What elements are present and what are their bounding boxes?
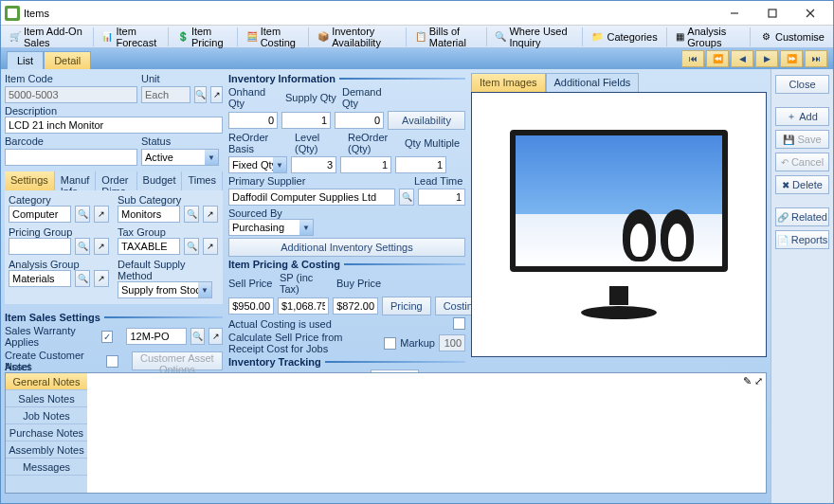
analysisgroup-input[interactable]: [9, 270, 71, 287]
leadtime-input[interactable]: [418, 189, 465, 206]
toolbar-pricing[interactable]: 💲Item Pricing: [171, 27, 235, 47]
close-button[interactable]: [791, 2, 829, 25]
gear-icon: ⚙: [759, 30, 772, 44]
cancel-button[interactable]: ↶Cancel: [775, 153, 829, 171]
notetab-assembly[interactable]: Assembly Notes: [6, 441, 87, 459]
analysisgroup-link-icon[interactable]: ↗: [94, 270, 109, 287]
level-input[interactable]: [291, 156, 336, 173]
save-icon: 💾: [783, 135, 794, 145]
tab-list[interactable]: List: [7, 51, 44, 69]
nav-prev[interactable]: ◀: [731, 50, 753, 67]
status-combo[interactable]: Active▼: [141, 149, 219, 166]
toolbar-customise[interactable]: ⚙Customise: [752, 27, 831, 47]
item-code-label: Item Code: [5, 73, 137, 84]
supplier-input[interactable]: [228, 189, 395, 206]
supply-input[interactable]: [281, 112, 331, 129]
reorderbasis-combo[interactable]: Fixed Qty▼: [228, 156, 287, 173]
nav-next-page[interactable]: ⏩: [780, 50, 803, 67]
toolbar-whereused[interactable]: 🔍Where Used Inquiry: [488, 27, 579, 47]
notetab-job[interactable]: Job Notes: [6, 407, 87, 424]
sp-input[interactable]: [278, 297, 329, 315]
add-button[interactable]: ＋Add: [775, 107, 829, 126]
notetab-general[interactable]: General Notes: [6, 373, 87, 390]
unit-combo[interactable]: Each: [141, 86, 190, 103]
toolbar-forecast[interactable]: 📊Item Forecast: [95, 27, 166, 47]
markup-input[interactable]: [439, 334, 465, 351]
note-expand-icon[interactable]: ⤢: [754, 375, 763, 387]
pricegroup-input[interactable]: [9, 238, 71, 255]
taxgroup-search-icon[interactable]: 🔍: [184, 238, 199, 255]
toolbar-availability[interactable]: 📦Inventory Availability: [311, 27, 404, 47]
notetab-sales[interactable]: Sales Notes: [6, 390, 87, 407]
note-edit-icon[interactable]: ✎: [743, 375, 752, 387]
taxgroup-input[interactable]: [118, 238, 180, 255]
notetab-purchase[interactable]: Purchase Notes: [6, 424, 87, 441]
toolbar-costing[interactable]: 🧮Item Costing: [240, 27, 307, 47]
pricegroup-search-icon[interactable]: 🔍: [75, 238, 90, 255]
tab-additional-fields[interactable]: Additional Fields: [546, 73, 640, 92]
subtab-manuf[interactable]: Manuf Info: [55, 171, 97, 190]
multiple-label: Qty Multiple: [405, 137, 460, 149]
calc-checkbox[interactable]: [384, 337, 396, 350]
nav-last[interactable]: ⏭: [805, 50, 827, 67]
category-link-icon[interactable]: ↗: [94, 206, 109, 223]
close-button[interactable]: Close: [775, 75, 829, 94]
nav-first[interactable]: ⏮: [681, 50, 704, 67]
reorder-input[interactable]: [340, 156, 391, 173]
supplymethod-combo[interactable]: Supply from Stock▼: [118, 281, 212, 298]
unit-search-icon[interactable]: 🔍: [194, 86, 207, 103]
nav-prev-page[interactable]: ⏪: [706, 50, 729, 67]
demand-input[interactable]: [335, 112, 384, 129]
nav-next[interactable]: ▶: [755, 50, 778, 67]
maximize-button[interactable]: [753, 2, 791, 25]
category-search-icon[interactable]: 🔍: [75, 206, 90, 223]
unit-link-icon[interactable]: ↗: [210, 86, 223, 103]
pricing-button[interactable]: Pricing: [382, 297, 431, 315]
tab-detail[interactable]: Detail: [44, 51, 91, 69]
subtab-budget[interactable]: Budget: [137, 171, 183, 190]
buy-input[interactable]: [333, 297, 378, 315]
notetab-messages[interactable]: Messages: [6, 459, 87, 476]
warranty-checkbox[interactable]: ✓: [101, 331, 113, 343]
analysisgroup-search-icon[interactable]: 🔍: [75, 270, 90, 287]
image-panel: [471, 92, 767, 357]
warranty-input[interactable]: [126, 328, 187, 345]
multiple-input[interactable]: [395, 156, 446, 173]
subtab-settings[interactable]: Settings: [5, 171, 55, 190]
toolbar-addon-sales[interactable]: 🛒Item Add-On Sales: [3, 27, 91, 47]
toolbar-categories[interactable]: 📁Categories: [584, 27, 663, 47]
warranty-link-icon[interactable]: ↗: [208, 328, 223, 345]
taxgroup-link-icon[interactable]: ↗: [203, 238, 218, 255]
warranty-label: Sales Warranty Applies: [5, 325, 98, 348]
reports-button[interactable]: 📄Reports: [775, 230, 829, 249]
subtab-times[interactable]: Times: [182, 171, 223, 190]
actual-checkbox[interactable]: [453, 317, 465, 330]
description-input[interactable]: [5, 117, 223, 134]
related-button[interactable]: 🔗Related: [775, 207, 829, 226]
supplier-search-icon[interactable]: 🔍: [399, 189, 414, 206]
minimize-button[interactable]: [716, 2, 753, 25]
subcategory-search-icon[interactable]: 🔍: [184, 206, 199, 223]
toolbar-analysis[interactable]: ▦Analysis Groups: [668, 27, 748, 47]
sales-section: Item Sales Settings: [5, 312, 100, 323]
tab-item-images[interactable]: Item Images: [471, 73, 546, 92]
subcategory-input[interactable]: [118, 206, 180, 223]
notes-content[interactable]: ✎⤢: [87, 373, 766, 493]
sell-input[interactable]: [228, 297, 274, 315]
barcode-input[interactable]: [5, 149, 137, 166]
chevron-down-icon: ▼: [205, 150, 218, 165]
subcategory-link-icon[interactable]: ↗: [203, 206, 218, 223]
supplymethod-label: Default Supply Method: [118, 259, 219, 281]
warranty-search-icon[interactable]: 🔍: [190, 328, 205, 345]
toolbar-bom[interactable]: 📋Bills of Material: [408, 27, 484, 47]
addl-inv-button[interactable]: Additional Inventory Settings: [228, 238, 465, 257]
sourced-combo[interactable]: Purchasing▼: [228, 219, 314, 236]
category-input[interactable]: [9, 206, 71, 223]
pricegroup-link-icon[interactable]: ↗: [94, 238, 109, 255]
delete-button[interactable]: ✖Delete: [775, 175, 829, 194]
availability-button[interactable]: Availability: [388, 111, 465, 130]
save-button[interactable]: 💾Save: [775, 130, 829, 149]
item-code-input[interactable]: [5, 86, 137, 103]
subtab-orderdims[interactable]: Order Dims: [96, 171, 136, 190]
onhand-input[interactable]: [228, 112, 278, 129]
